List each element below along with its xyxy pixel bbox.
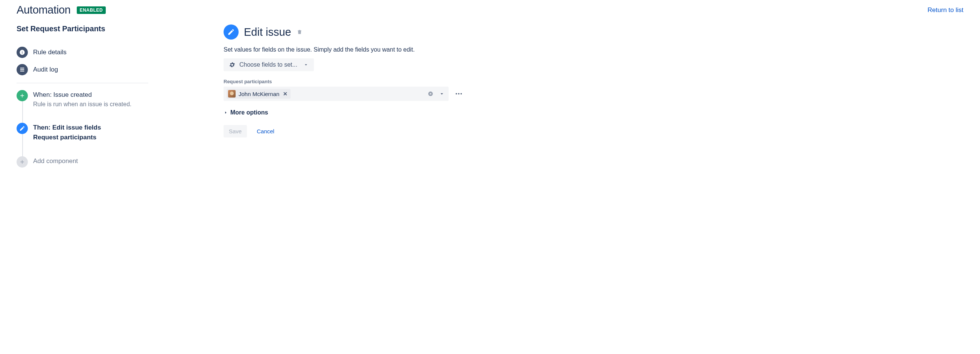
more-options-label: More options [230, 109, 268, 116]
pencil-icon [17, 123, 28, 134]
choose-fields-dropdown[interactable]: Choose fields to set... [224, 58, 314, 71]
chain-step-sub: Request participants [33, 134, 101, 141]
participant-chip: John McKiernan ✕ [227, 89, 291, 99]
request-participants-input[interactable]: John McKiernan ✕ [224, 87, 449, 101]
plus-icon [17, 90, 28, 101]
sidebar-item-label: Rule details [33, 49, 67, 56]
sidebar-item-audit-log[interactable]: Audit log [17, 61, 148, 78]
cancel-button[interactable]: Cancel [251, 125, 280, 137]
clear-icon[interactable] [428, 91, 434, 97]
pencil-icon [224, 24, 239, 40]
rule-chain: When: Issue created Rule is run when an … [17, 90, 148, 167]
edit-panel: Edit issue Set values for fields on the … [224, 24, 465, 167]
sidebar-item-rule-details[interactable]: Rule details [17, 44, 148, 61]
save-button[interactable]: Save [224, 125, 247, 137]
gear-icon [229, 61, 235, 68]
more-options-expander[interactable]: More options [224, 109, 465, 116]
chain-step-title: Then: Edit issue fields [33, 124, 101, 131]
rule-name: Set Request Participants [17, 24, 148, 33]
page-header: Automation ENABLED Return to list [17, 4, 963, 16]
remove-chip-icon[interactable]: ✕ [283, 91, 288, 97]
choose-fields-label: Choose fields to set... [239, 61, 298, 68]
svg-point-1 [456, 93, 457, 94]
svg-point-2 [458, 93, 460, 94]
chevron-down-icon [303, 62, 309, 67]
sidebar-item-label: Audit log [33, 66, 58, 73]
chain-step-trigger[interactable]: When: Issue created Rule is run when an … [17, 90, 148, 123]
page-title: Automation [17, 4, 71, 16]
trash-icon[interactable] [297, 29, 302, 35]
chain-step-title: When: Issue created [33, 91, 131, 99]
avatar [228, 90, 235, 97]
more-actions-icon[interactable] [453, 88, 465, 99]
sidebar: Set Request Participants Rule details Au… [17, 24, 148, 167]
status-badge: ENABLED [77, 6, 106, 14]
plus-icon [17, 156, 28, 167]
chain-step-desc: Rule is run when an issue is created. [33, 101, 131, 108]
log-icon [17, 64, 28, 75]
field-label: Request participants [224, 79, 465, 85]
panel-description: Set values for fields on the issue. Simp… [224, 46, 465, 53]
chevron-down-icon[interactable] [439, 91, 445, 97]
svg-point-3 [461, 93, 462, 94]
divider [17, 83, 148, 83]
chain-step-action[interactable]: Then: Edit issue fields Request particip… [17, 123, 148, 156]
info-icon [17, 47, 28, 58]
participant-name: John McKiernan [239, 91, 279, 97]
return-to-list-link[interactable]: Return to list [928, 6, 963, 14]
panel-title: Edit issue [244, 26, 291, 38]
chain-add-label: Add component [33, 158, 78, 165]
chain-add-component[interactable]: Add component [17, 156, 148, 167]
chevron-right-icon [224, 110, 228, 115]
